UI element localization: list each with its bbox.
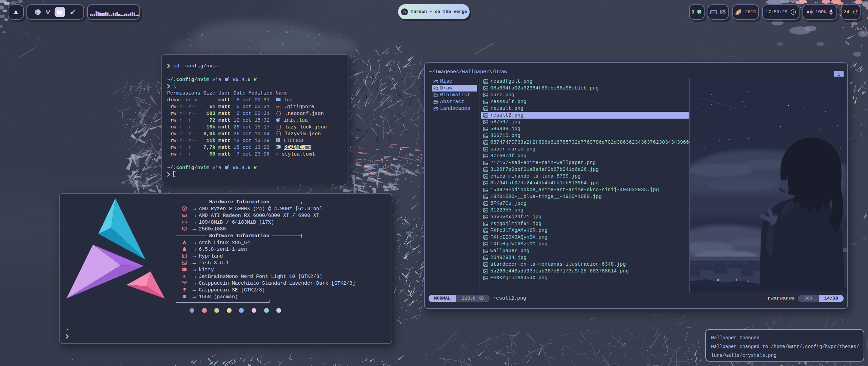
svg-text:A: A: [183, 274, 186, 278]
svg-text:git: git: [276, 105, 281, 108]
